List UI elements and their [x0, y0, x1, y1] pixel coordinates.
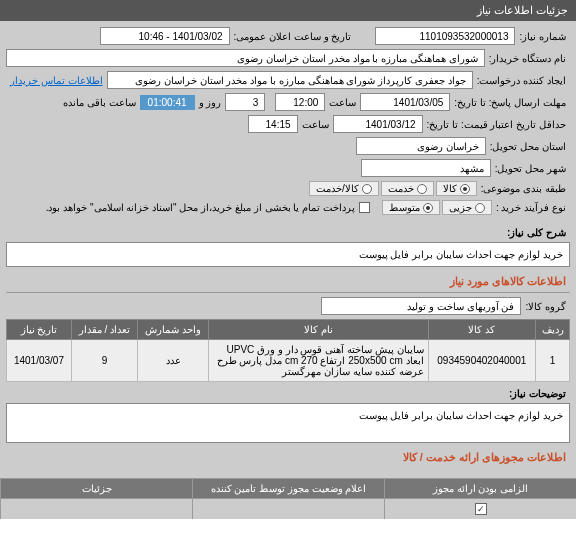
deadline-label: مهلت ارسال پاسخ: تا تاریخ:	[450, 97, 570, 108]
th-qty: تعداد / مقدار	[71, 320, 137, 340]
class-opt-label: کالا/خدمت	[316, 183, 359, 194]
days-label: روز و	[195, 97, 226, 108]
deadline-time-label: ساعت	[325, 97, 360, 108]
process-note: پرداخت تمام یا بخشی از مبلغ خرید،از محل …	[42, 200, 359, 215]
deadline-time: 12:00	[275, 93, 325, 111]
cell-code: 0934590402040001	[428, 340, 535, 382]
deadline-date: 1401/03/05	[360, 93, 450, 111]
extra-desc-box: خرید لوازم جهت احداث سایبان برابر فایل پ…	[6, 403, 570, 443]
process-opt-label: متوسط	[389, 202, 420, 213]
valid-label: حداقل تاریخ اعتبار قیمت: تا تاریخ:	[423, 119, 570, 130]
desc-label: شرح کلی نیاز:	[503, 227, 570, 238]
public-date-value: 1401/03/02 - 10:46	[100, 27, 230, 45]
cell-date: 1401/03/07	[7, 340, 72, 382]
city-label: شهر محل تحویل:	[491, 163, 570, 174]
process-opt-minor[interactable]: جزیی	[442, 200, 492, 215]
process-radio-group: جزیی متوسط	[382, 200, 492, 215]
section-header: جزئیات اطلاعات نیاز	[0, 0, 576, 21]
th-date: تاریخ نیاز	[7, 320, 72, 340]
footer-col1: الزامی بودن ارائه مجوز	[384, 479, 576, 498]
footer-row: ✓	[0, 498, 576, 519]
class-opt-label: کالا	[443, 183, 457, 194]
class-radio-group: کالا خدمت کالا/خدمت	[309, 181, 477, 196]
goods-header: اطلاعات کالاهای مورد نیاز	[6, 271, 570, 293]
class-opt-label: خدمت	[388, 183, 414, 194]
radio-dot-icon	[475, 203, 485, 213]
requester-value: جواد جعفری کارپرداز شورای هماهنگی مبارزه…	[107, 71, 473, 89]
th-idx: ردیف	[536, 320, 570, 340]
remain-counter: 01:00:41	[140, 95, 195, 110]
process-opt-medium[interactable]: متوسط	[382, 200, 440, 215]
remain-label: ساعت باقی مانده	[59, 97, 140, 108]
valid-time-label: ساعت	[298, 119, 333, 130]
days-value: 3	[225, 93, 265, 111]
need-no-label: شماره نیاز:	[515, 31, 570, 42]
desc-box: خرید لوازم جهت احداث سایبان برابر فایل پ…	[6, 242, 570, 267]
th-name: نام کالا	[209, 320, 428, 340]
class-opt-both[interactable]: کالا/خدمت	[309, 181, 379, 196]
footer-cell-empty2	[0, 499, 192, 519]
province-label: استان محل تحویل:	[486, 141, 570, 152]
public-date-label: تاریخ و ساعت اعلان عمومی:	[230, 31, 356, 42]
radio-dot-icon	[423, 203, 433, 213]
class-opt-goods[interactable]: کالا	[436, 181, 477, 196]
valid-date: 1401/03/12	[333, 115, 423, 133]
permits-header: اطلاعات مجوزهای ارائه خدمت / کالا	[6, 447, 570, 468]
footer-col2: اعلام وضعیت مجوز توسط تامین کننده	[192, 479, 384, 498]
buyer-label: نام دستگاه خریدار:	[485, 53, 570, 64]
group-value: فن آوریهای ساخت و تولید	[321, 297, 521, 315]
table-row: 1 0934590402040001 سایبان پیش ساخته آهنی…	[7, 340, 570, 382]
valid-time: 14:15	[248, 115, 298, 133]
radio-dot-icon	[460, 184, 470, 194]
extra-desc-label: توضیحات نیاز:	[505, 388, 570, 399]
contact-link[interactable]: اطلاعات تماس خریدار	[6, 75, 107, 86]
buyer-value: شورای هماهنگی مبارزه با مواد مخدر استان …	[6, 49, 485, 67]
th-unit: واحد شمارش	[138, 320, 209, 340]
goods-table: ردیف کد کالا نام کالا واحد شمارش تعداد /…	[6, 319, 570, 382]
province-value: خراسان رضوی	[356, 137, 486, 155]
radio-dot-icon	[362, 184, 372, 194]
requester-label: ایجاد کننده درخواست:	[473, 75, 570, 86]
cell-idx: 1	[536, 340, 570, 382]
need-no-value: 1101093532000013	[375, 27, 515, 45]
form-area: شماره نیاز: 1101093532000013 تاریخ و ساع…	[0, 21, 576, 478]
city-value: مشهد	[361, 159, 491, 177]
class-label: طبقه بندی موضوعی:	[477, 183, 570, 194]
footer-col3: جزئیات	[0, 479, 192, 498]
cell-unit: عدد	[138, 340, 209, 382]
process-opt-label: جزیی	[449, 202, 472, 213]
footer-cell-empty	[192, 499, 384, 519]
treasury-checkbox[interactable]	[359, 202, 370, 213]
radio-dot-icon	[417, 184, 427, 194]
footer-cell-check: ✓	[384, 499, 576, 519]
cell-qty: 9	[71, 340, 137, 382]
check-icon: ✓	[475, 503, 487, 515]
header-title: جزئیات اطلاعات نیاز	[477, 4, 568, 16]
process-label: نوع فرآیند خرید :	[492, 202, 570, 213]
th-code: کد کالا	[428, 320, 535, 340]
class-opt-service[interactable]: خدمت	[381, 181, 434, 196]
group-label: گروه کالا:	[521, 301, 570, 312]
cell-name: سایبان پیش ساخته آهنی قوس دار و ورق UPVC…	[209, 340, 428, 382]
footer-bar: الزامی بودن ارائه مجوز اعلام وضعیت مجوز …	[0, 478, 576, 498]
